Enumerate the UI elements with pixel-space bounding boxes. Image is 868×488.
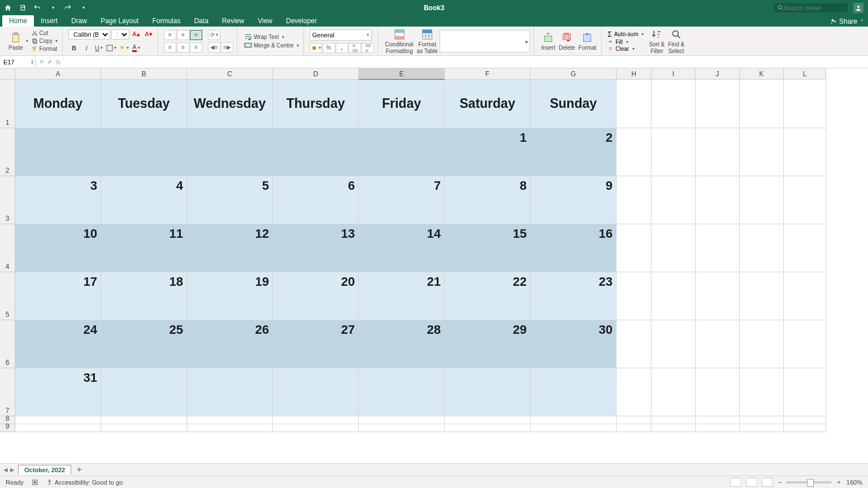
cell-G9[interactable] [531, 424, 617, 432]
cell-E8[interactable] [359, 416, 445, 424]
fill-button[interactable]: Fill▾ [607, 39, 644, 45]
zoom-out-button[interactable]: − [778, 479, 781, 486]
cell-A8[interactable] [15, 416, 101, 424]
cell-G8[interactable] [531, 416, 617, 424]
tab-data[interactable]: Data [187, 15, 215, 27]
cell-A2[interactable] [15, 128, 101, 176]
share-button[interactable]: Share [830, 18, 857, 25]
paste-button[interactable]: Paste [7, 32, 25, 51]
clear-button[interactable]: Clear▾ [607, 46, 644, 52]
cell-A9[interactable] [15, 424, 101, 432]
decrease-font-icon[interactable]: A▾ [143, 29, 154, 40]
cell-E2[interactable] [359, 128, 445, 176]
column-header-C[interactable]: C [187, 68, 273, 80]
search-sheet-box[interactable] [774, 3, 848, 12]
cell-L6[interactable] [784, 320, 826, 368]
cell-F8[interactable] [445, 416, 531, 424]
select-all-corner[interactable] [0, 68, 15, 80]
autosum-button[interactable]: ΣAuto-sum▾ [607, 30, 644, 38]
page-break-view-button[interactable] [762, 478, 773, 487]
undo-icon[interactable] [33, 3, 42, 12]
decrease-decimal-button[interactable]: .00.0 [362, 43, 374, 53]
format-as-table-button[interactable]: Formatas Table [415, 28, 440, 54]
cell-J8[interactable] [696, 416, 740, 424]
row-header-1[interactable]: 1 [0, 80, 15, 128]
align-middle-button[interactable]: ≡ [177, 30, 189, 40]
user-icon[interactable] [853, 3, 863, 13]
cell-I6[interactable] [652, 320, 696, 368]
tab-developer[interactable]: Developer [279, 15, 324, 27]
cell-H5[interactable] [617, 272, 652, 320]
column-header-D[interactable]: D [273, 68, 359, 80]
search-input[interactable] [783, 5, 844, 11]
cell-C6[interactable]: 26 [187, 320, 273, 368]
cell-G3[interactable]: 9 [531, 176, 617, 224]
cell-D2[interactable] [273, 128, 359, 176]
number-format-select[interactable]: General▾ [310, 29, 372, 41]
cell-A7[interactable]: 31 [15, 368, 101, 416]
sheet-nav-next[interactable]: ▶ [10, 467, 15, 473]
redo-icon[interactable] [63, 3, 72, 12]
cell-K6[interactable] [740, 320, 784, 368]
column-header-K[interactable]: K [740, 68, 784, 80]
paste-dropdown[interactable]: ▾ [26, 38, 28, 43]
cell-B8[interactable] [101, 416, 187, 424]
cell-J9[interactable] [696, 424, 740, 432]
cell-C2[interactable] [187, 128, 273, 176]
cell-C5[interactable]: 19 [187, 272, 273, 320]
cell-C3[interactable]: 5 [187, 176, 273, 224]
orientation-button[interactable]: ⟳▾ [208, 30, 220, 40]
cell-G2[interactable]: 2 [531, 128, 617, 176]
cell-styles-gallery[interactable]: ▸ [440, 30, 530, 53]
column-header-I[interactable]: I [652, 68, 696, 80]
cell-D7[interactable] [273, 368, 359, 416]
column-header-A[interactable]: A [15, 68, 101, 80]
accessibility-status[interactable]: Accessibility: Good to go [46, 479, 123, 486]
cell-D4[interactable]: 13 [273, 224, 359, 272]
cell-L4[interactable] [784, 224, 826, 272]
cell-K8[interactable] [740, 416, 784, 424]
align-bottom-button[interactable]: ≡ [190, 30, 202, 40]
tab-view[interactable]: View [251, 15, 279, 27]
cell-D5[interactable]: 20 [273, 272, 359, 320]
cell-D9[interactable] [273, 424, 359, 432]
italic-button[interactable]: I [81, 42, 92, 54]
cell-K7[interactable] [740, 368, 784, 416]
cell-K1[interactable] [740, 80, 784, 128]
cell-H7[interactable] [617, 368, 652, 416]
format-painter-button[interactable]: Format [31, 45, 59, 53]
cell-C8[interactable] [187, 416, 273, 424]
cell-G6[interactable]: 30 [531, 320, 617, 368]
cell-C1[interactable]: Wednesday [187, 80, 273, 128]
cell-C4[interactable]: 12 [187, 224, 273, 272]
cell-A4[interactable]: 10 [15, 224, 101, 272]
cell-G5[interactable]: 23 [531, 272, 617, 320]
cell-F4[interactable]: 15 [445, 224, 531, 272]
cell-E6[interactable]: 28 [359, 320, 445, 368]
tab-formulas[interactable]: Formulas [145, 15, 187, 27]
row-header-4[interactable]: 4 [0, 224, 15, 272]
row-header-2[interactable]: 2 [0, 128, 15, 176]
cell-C9[interactable] [187, 424, 273, 432]
align-center-button[interactable]: ≡ [177, 42, 189, 53]
cell-I5[interactable] [652, 272, 696, 320]
cell-D3[interactable]: 6 [273, 176, 359, 224]
cell-I1[interactable] [652, 80, 696, 128]
formula-input[interactable] [64, 56, 868, 68]
cell-E7[interactable] [359, 368, 445, 416]
cell-H8[interactable] [617, 416, 652, 424]
decrease-indent-button[interactable]: ◀≡ [208, 42, 220, 53]
cell-H6[interactable] [617, 320, 652, 368]
comma-button[interactable]: , [336, 43, 348, 53]
increase-decimal-button[interactable]: .0.00 [349, 43, 361, 53]
undo-dropdown[interactable]: ▾ [49, 3, 58, 12]
fill-color-button[interactable]: ▾ [118, 42, 129, 54]
border-button[interactable]: ▾ [106, 42, 117, 54]
cell-A6[interactable]: 24 [15, 320, 101, 368]
page-layout-view-button[interactable] [746, 478, 757, 487]
merge-center-button[interactable]: Merge & Centre▾ [243, 41, 300, 49]
tab-draw[interactable]: Draw [64, 15, 94, 27]
zoom-slider[interactable] [786, 481, 831, 483]
cell-B4[interactable]: 11 [101, 224, 187, 272]
fx-icon[interactable]: fx [56, 59, 61, 66]
